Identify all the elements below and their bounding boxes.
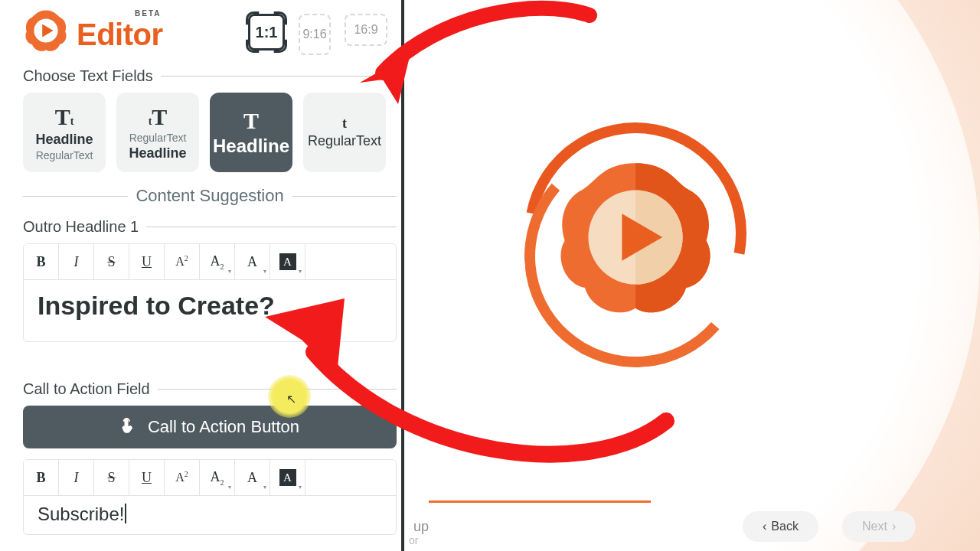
text-field-cards: Tt Headline RegularText tT RegularText H… (23, 93, 397, 172)
bold-button[interactable]: B (24, 244, 59, 279)
layout-regular-headline[interactable]: tT RegularText Headline (116, 93, 199, 172)
layout-regular-only[interactable]: t RegularText (303, 93, 386, 172)
subscript-button[interactable]: A2▾ (200, 460, 235, 495)
card-line1: Headline (213, 135, 289, 157)
section-suggestion-title: Content Suggestion (23, 186, 397, 206)
brand-badge: BETA (135, 9, 161, 18)
section-suggestion-label: Content Suggestion (136, 186, 283, 206)
preview-lion-logo (551, 153, 720, 321)
brand-lion-icon (23, 8, 69, 54)
rule-icon (146, 227, 397, 227)
back-button[interactable]: ‹ Back (743, 511, 818, 542)
brand-title: Editor (77, 18, 163, 52)
next-label: Next (862, 520, 887, 533)
ratio-9-16[interactable]: 9:16 (299, 14, 331, 55)
cta-field-title: Call to Action Field (23, 380, 397, 398)
cta-toggle-button[interactable]: Call to Action Button (23, 406, 397, 448)
underline-button[interactable]: U (129, 244, 165, 279)
rule-icon (292, 196, 397, 197)
card-line1: Headline (35, 132, 93, 148)
rule-icon (161, 76, 397, 77)
rule-icon (23, 196, 128, 197)
back-label: Back (771, 520, 799, 533)
next-button[interactable]: Next › (842, 511, 916, 542)
cta-field-label: Call to Action Field (23, 380, 150, 398)
footer-word-1: up (413, 519, 429, 535)
cta-toggle-label: Call to Action Button (148, 417, 299, 437)
chevron-right-icon: › (892, 520, 896, 533)
subscript-button[interactable]: A2▾ (200, 244, 235, 279)
layout-headline-only[interactable]: T Headline (210, 93, 292, 172)
card-line1: RegularText (308, 133, 381, 149)
tap-icon (120, 417, 137, 437)
italic-button[interactable]: I (59, 460, 94, 495)
highlight-button[interactable]: A▾ (270, 460, 305, 495)
superscript-button[interactable]: A2 (165, 244, 200, 279)
highlight-button[interactable]: A▾ (270, 244, 305, 279)
headline-editor: B I S U A2 A2▾ A▾ A▾ Inspired to Create? (23, 243, 397, 342)
strikethrough-button[interactable]: S (94, 244, 129, 279)
footer-word-2: or (409, 534, 418, 546)
cta-toolbar: B I S U A2 A2▾ A▾ A▾ (24, 460, 396, 496)
cta-editor: B I S U A2 A2▾ A▾ A▾ Subscribe! (23, 459, 397, 535)
underline-button[interactable]: U (129, 460, 165, 495)
card-line2: Headline (129, 145, 186, 161)
aspect-ratio-group: 1:1 9:16 16:9 (248, 14, 387, 55)
layout-headline-regular[interactable]: Tt Headline RegularText (23, 93, 106, 172)
headline-field-title: Outro Headline 1 (23, 218, 397, 236)
ratio-16-9[interactable]: 16:9 (345, 14, 387, 46)
editor-panel: BETA Editor 1:1 9:16 16:9 Choose Text Fi… (18, 0, 401, 551)
chevron-left-icon: ‹ (763, 520, 766, 533)
bold-button[interactable]: B (24, 460, 59, 495)
headline-toolbar: B I S U A2 A2▾ A▾ A▾ (24, 244, 396, 280)
ratio-1-1[interactable]: 1:1 (248, 14, 285, 51)
headline-field-label: Outro Headline 1 (23, 218, 139, 236)
preview-progress-line (429, 500, 651, 503)
text-caret-icon (125, 504, 126, 523)
section-choose-label: Choose Text Fields (23, 67, 153, 85)
headline-input[interactable]: Inspired to Create? (24, 280, 396, 341)
strikethrough-button[interactable]: S (94, 460, 129, 495)
type-icon: tT (149, 104, 168, 130)
text-color-button[interactable]: A▾ (235, 460, 270, 495)
cursor-icon: ↖ (286, 392, 296, 406)
text-color-button[interactable]: A▾ (235, 244, 270, 279)
card-line2: RegularText (36, 149, 93, 161)
cta-input[interactable]: Subscribe! (24, 496, 396, 534)
card-line1: RegularText (129, 132, 187, 144)
superscript-button[interactable]: A2 (165, 460, 200, 495)
section-choose-title: Choose Text Fields (23, 67, 397, 85)
italic-button[interactable]: I (59, 244, 94, 279)
type-icon: Tt (55, 104, 74, 130)
type-icon: t (342, 116, 347, 132)
type-icon: T (243, 108, 259, 134)
app-frame: up or ‹ Back Next › BETA Editor 1:1 9:16… (0, 0, 980, 551)
